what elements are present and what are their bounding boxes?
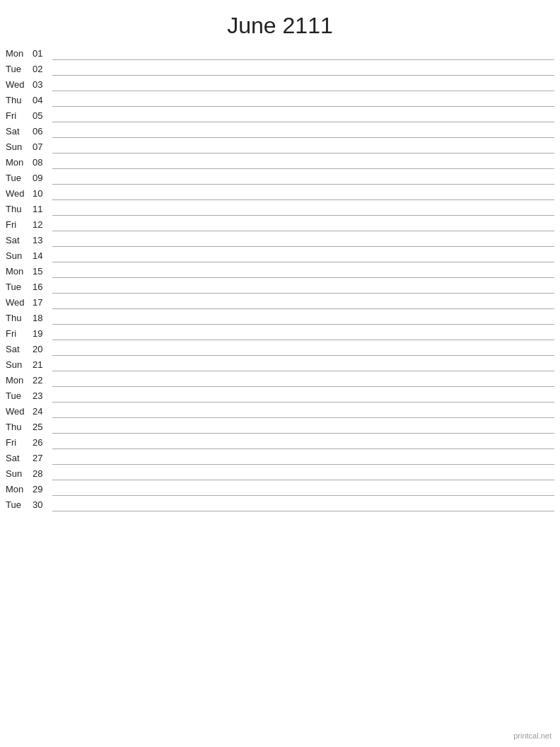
day-label: Tue (6, 282, 33, 294)
calendar-row: Mon29 (6, 482, 554, 497)
date-number: 20 (33, 344, 52, 356)
day-line (52, 186, 554, 200)
day-label: Sun (6, 468, 33, 480)
date-number: 04 (33, 95, 52, 107)
day-label: Wed (6, 188, 33, 200)
day-line-wrap (52, 217, 554, 231)
calendar-row: Thu25 (6, 419, 554, 435)
calendar-row: Mon15 (6, 264, 554, 279)
date-number: 26 (33, 437, 52, 449)
calendar-row: Thu18 (6, 311, 554, 326)
day-line (52, 419, 554, 434)
date-number: 12 (33, 219, 52, 231)
day-label: Mon (6, 48, 33, 60)
day-line-wrap (52, 311, 554, 325)
day-label: Fri (6, 328, 33, 340)
day-line (52, 139, 554, 154)
day-line (52, 404, 554, 418)
calendar-row: Sat06 (6, 124, 554, 139)
day-line-wrap (52, 77, 554, 91)
day-label: Mon (6, 157, 33, 169)
calendar-list: Mon01Tue02Wed03Thu04Fri05Sat06Sun07Mon08… (0, 46, 560, 513)
day-line (52, 373, 554, 387)
date-number: 30 (33, 499, 52, 511)
day-line-wrap (52, 139, 554, 154)
day-line (52, 248, 554, 262)
calendar-row: Tue30 (6, 497, 554, 513)
day-line-wrap (52, 342, 554, 356)
day-label: Fri (6, 110, 33, 122)
day-label: Sun (6, 141, 33, 154)
day-line (52, 482, 554, 496)
calendar-row: Sun14 (6, 248, 554, 264)
day-label: Sat (6, 453, 33, 465)
calendar-row: Tue23 (6, 388, 554, 404)
day-line-wrap (52, 233, 554, 247)
day-line-wrap (52, 326, 554, 340)
calendar-row: Sat27 (6, 451, 554, 466)
calendar-row: Sat20 (6, 342, 554, 357)
calendar-row: Sun07 (6, 139, 554, 155)
day-line-wrap (52, 46, 554, 60)
day-line (52, 342, 554, 356)
date-number: 03 (33, 79, 52, 91)
day-line-wrap (52, 451, 554, 465)
calendar-row: Wed24 (6, 404, 554, 419)
day-label: Thu (6, 313, 33, 325)
date-number: 18 (33, 313, 52, 325)
calendar-row: Sun28 (6, 466, 554, 482)
calendar-row: Mon01 (6, 46, 554, 62)
day-line (52, 46, 554, 60)
day-label: Tue (6, 390, 33, 403)
date-number: 05 (33, 110, 52, 122)
day-label: Sun (6, 359, 33, 371)
day-line (52, 435, 554, 449)
calendar-row: Sun21 (6, 357, 554, 373)
day-line-wrap (52, 482, 554, 496)
day-line (52, 170, 554, 185)
date-number: 29 (33, 484, 52, 496)
day-label: Wed (6, 297, 33, 309)
date-number: 24 (33, 406, 52, 418)
day-line (52, 279, 554, 294)
date-number: 25 (33, 422, 52, 434)
day-line (52, 388, 554, 403)
calendar-row: Fri26 (6, 435, 554, 451)
date-number: 06 (33, 126, 52, 138)
day-line-wrap (52, 388, 554, 403)
calendar-row: Wed17 (6, 295, 554, 311)
day-label: Fri (6, 219, 33, 231)
day-label: Fri (6, 437, 33, 449)
calendar-row: Tue09 (6, 170, 554, 186)
day-line-wrap (52, 295, 554, 309)
day-label: Mon (6, 266, 33, 278)
calendar-row: Thu04 (6, 93, 554, 108)
date-number: 22 (33, 375, 52, 387)
day-line-wrap (52, 93, 554, 107)
day-line (52, 357, 554, 371)
day-line (52, 497, 554, 511)
day-line (52, 108, 554, 122)
day-label: Wed (6, 406, 33, 418)
day-label: Sat (6, 344, 33, 356)
day-line (52, 466, 554, 480)
day-label: Sat (6, 126, 33, 138)
date-number: 23 (33, 390, 52, 403)
day-line (52, 295, 554, 309)
date-number: 14 (33, 250, 52, 262)
day-line (52, 233, 554, 247)
date-number: 13 (33, 235, 52, 247)
day-line-wrap (52, 124, 554, 138)
date-number: 17 (33, 297, 52, 309)
day-line (52, 93, 554, 107)
calendar-row: Wed10 (6, 186, 554, 202)
day-line (52, 311, 554, 325)
day-line-wrap (52, 62, 554, 76)
day-line-wrap (52, 435, 554, 449)
day-line-wrap (52, 248, 554, 262)
calendar-row: Mon08 (6, 155, 554, 170)
day-line (52, 155, 554, 169)
day-line (52, 124, 554, 138)
calendar-row: Sat13 (6, 233, 554, 248)
day-label: Tue (6, 499, 33, 511)
